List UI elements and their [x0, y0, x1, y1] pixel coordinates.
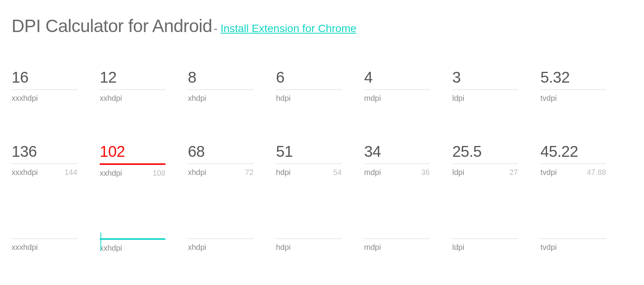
- dpi-cell-hdpi: hdpi54: [276, 141, 342, 178]
- dpi-input-mdpi[interactable]: [364, 216, 430, 239]
- dpi-row: xxxhdpixxhdpixhdpihdpimdpildpitvdpi: [12, 67, 632, 103]
- dpi-cell-hdpi: hdpi: [276, 67, 342, 103]
- dpi-input-xxhdpi[interactable]: [100, 141, 165, 165]
- label-row: mdpi36: [364, 168, 430, 177]
- density-label: xhdpi: [188, 168, 206, 177]
- title-separator: -: [214, 22, 220, 34]
- dpi-input-ldpi[interactable]: [452, 216, 518, 239]
- dpi-input-xhdpi[interactable]: [188, 141, 254, 164]
- density-label: mdpi: [364, 168, 381, 177]
- dpi-cell-xxxhdpi: xxxhdpi: [12, 67, 77, 103]
- dpi-cell-xxhdpi: xxhdpi: [100, 216, 165, 253]
- density-label: mdpi: [364, 94, 381, 103]
- density-label: xxhdpi: [100, 169, 122, 178]
- install-extension-link[interactable]: Install Extension for Chrome: [220, 22, 356, 34]
- dpi-cell-xxhdpi: xxhdpi: [100, 67, 165, 103]
- density-label: tvdpi: [540, 94, 557, 103]
- label-row: tvdpi: [540, 94, 606, 103]
- density-label: hdpi: [276, 243, 291, 252]
- dpi-input-xhdpi[interactable]: [188, 67, 254, 90]
- density-label: tvdpi: [540, 243, 557, 252]
- dpi-input-mdpi[interactable]: [364, 141, 430, 164]
- aux-value: 144: [65, 168, 77, 177]
- label-row: hdpi54: [276, 168, 342, 177]
- aux-value: 27: [509, 168, 518, 177]
- dpi-cell-xxxhdpi: xxxhdpi: [12, 216, 77, 253]
- dpi-input-xxhdpi[interactable]: [100, 216, 165, 240]
- dpi-input-ldpi[interactable]: [452, 141, 518, 164]
- density-label: xxhdpi: [100, 94, 122, 103]
- label-row: mdpi: [364, 243, 430, 252]
- dpi-cell-mdpi: mdpi36: [364, 141, 430, 178]
- dpi-input-hdpi[interactable]: [276, 141, 342, 164]
- label-row: hdpi: [276, 243, 342, 252]
- text-caret: [101, 232, 101, 251]
- density-label: xxxhdpi: [12, 243, 38, 252]
- dpi-input-mdpi[interactable]: [364, 67, 430, 90]
- dpi-input-xhdpi[interactable]: [188, 216, 254, 239]
- dpi-cell-tvdpi: tvdpi: [540, 216, 606, 253]
- dpi-row: xxxhdpi144xxhdpi108xhdpi72hdpi54mdpi36ld…: [12, 141, 632, 178]
- density-label: hdpi: [276, 94, 291, 103]
- aux-value: 54: [333, 168, 342, 177]
- dpi-input-hdpi[interactable]: [276, 67, 342, 90]
- dpi-cell-xhdpi: xhdpi72: [188, 141, 254, 178]
- dpi-input-hdpi[interactable]: [276, 216, 342, 239]
- dpi-cell-xhdpi: xhdpi: [188, 216, 254, 253]
- density-label: xhdpi: [188, 243, 206, 252]
- dpi-input-ldpi[interactable]: [452, 67, 518, 90]
- label-row: xhdpi72: [188, 168, 254, 177]
- label-row: tvdpi47.88: [540, 168, 606, 177]
- label-row: ldpi27: [452, 168, 518, 177]
- label-row: hdpi: [276, 94, 342, 103]
- dpi-input-xxxhdpi[interactable]: [12, 141, 77, 164]
- dpi-cell-mdpi: mdpi: [364, 216, 430, 253]
- density-label: hdpi: [276, 168, 291, 177]
- dpi-cell-xhdpi: xhdpi: [188, 67, 254, 103]
- page-header: DPI Calculator for Android - Install Ext…: [12, 15, 632, 36]
- density-label: ldpi: [452, 168, 464, 177]
- dpi-input-xxhdpi[interactable]: [100, 67, 165, 90]
- dpi-input-tvdpi[interactable]: [540, 216, 606, 239]
- density-label: xxxhdpi: [12, 94, 38, 103]
- density-label: xxxhdpi: [12, 168, 38, 177]
- dpi-input-xxxhdpi[interactable]: [12, 67, 77, 90]
- label-row: ldpi: [452, 243, 518, 252]
- dpi-input-xxxhdpi[interactable]: [12, 216, 77, 239]
- label-row: xxhdpi: [100, 94, 165, 103]
- dpi-cell-xxhdpi: xxhdpi108: [100, 141, 165, 178]
- label-row: ldpi: [452, 94, 518, 103]
- aux-value: 72: [245, 168, 254, 177]
- dpi-cell-tvdpi: tvdpi47.88: [540, 141, 606, 178]
- dpi-cell-hdpi: hdpi: [276, 216, 342, 253]
- aux-value: 108: [153, 169, 165, 178]
- page-title: DPI Calculator for Android: [12, 16, 212, 36]
- label-row: xxxhdpi: [12, 243, 77, 252]
- dpi-cell-ldpi: ldpi: [452, 67, 518, 103]
- aux-value: 36: [421, 168, 430, 177]
- dpi-cell-mdpi: mdpi: [364, 67, 430, 103]
- density-label: xhdpi: [188, 94, 206, 103]
- dpi-row: xxxhdpixxhdpixhdpihdpimdpildpitvdpi: [12, 216, 632, 253]
- dpi-cell-tvdpi: tvdpi: [540, 67, 606, 103]
- label-row: xxxhdpi144: [12, 168, 77, 177]
- density-label: mdpi: [364, 243, 381, 252]
- label-row: xxhdpi: [100, 244, 165, 253]
- density-label: tvdpi: [540, 168, 557, 177]
- label-row: xxxhdpi: [12, 94, 77, 103]
- density-label: xxhdpi: [100, 244, 122, 253]
- label-row: mdpi: [364, 94, 430, 103]
- label-row: xxhdpi108: [100, 169, 165, 178]
- dpi-input-tvdpi[interactable]: [540, 141, 606, 164]
- label-row: xhdpi: [188, 94, 254, 103]
- density-label: ldpi: [452, 243, 464, 252]
- dpi-cell-xxxhdpi: xxxhdpi144: [12, 141, 77, 178]
- label-row: xhdpi: [188, 243, 254, 252]
- density-label: ldpi: [452, 94, 464, 103]
- aux-value: 47.88: [587, 168, 606, 177]
- dpi-input-tvdpi[interactable]: [540, 67, 606, 90]
- dpi-cell-ldpi: ldpi: [452, 216, 518, 253]
- label-row: tvdpi: [540, 243, 606, 252]
- dpi-cell-ldpi: ldpi27: [452, 141, 518, 178]
